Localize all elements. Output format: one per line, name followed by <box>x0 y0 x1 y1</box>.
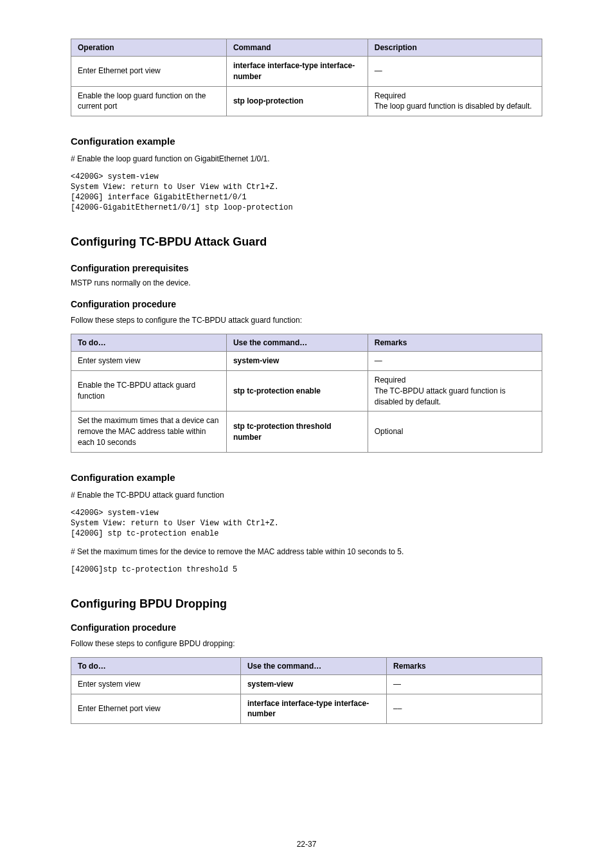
code-line: <4200G> system-view <box>71 172 542 181</box>
table-row: Enter system view system-view — <box>71 352 542 371</box>
cell: — <box>387 674 542 694</box>
code-line: [4200G] interface GigabitEthernet1/0/1 <box>71 193 542 202</box>
proc-intro: Follow these steps to configure BPDU dro… <box>71 639 542 648</box>
cell: –– <box>387 694 542 724</box>
cell: system-view <box>226 352 368 371</box>
page-container: Operation Command Description Enter Ethe… <box>0 0 613 868</box>
t3-header-op: To do… <box>71 657 241 674</box>
proc-heading: Configuration procedure <box>71 299 542 309</box>
code-line: [4200G] stp tc-protection enable <box>71 529 542 538</box>
prereq-text: MSTP runs normally on the device. <box>71 278 542 287</box>
table-row: Enter Ethernet port view interface inter… <box>71 57 542 87</box>
bpdudrop-title: Configuring BPDU Dropping <box>71 597 542 611</box>
prereq-heading: Configuration prerequisites <box>71 263 542 273</box>
cell: Enter Ethernet port view <box>71 694 241 724</box>
bpdudrop-table: To do… Use the command… Remarks Enter sy… <box>71 657 542 724</box>
page-number: 22-37 <box>0 840 613 849</box>
t3-header-cmd: Use the command… <box>240 657 386 674</box>
example-heading: Configuration example <box>71 136 542 147</box>
loop-guard-table: Operation Command Description Enter Ethe… <box>71 39 542 116</box>
t2-header-desc: Remarks <box>368 334 542 352</box>
code-line: System View: return to User View with Ct… <box>71 183 542 192</box>
cell: stp loop-protection <box>226 86 368 116</box>
proc-intro: Follow these steps to configure the TC-B… <box>71 316 542 325</box>
cell: Required The TC-BPDU attack guard functi… <box>368 370 542 411</box>
cell: interface interface-type interface-numbe… <box>240 694 386 724</box>
code-line: <4200G> system-view <box>71 509 542 518</box>
t1-header-op: Operation <box>71 39 227 57</box>
cell: — <box>368 352 542 371</box>
proc-heading: Configuration procedure <box>71 622 542 633</box>
cell: Optional <box>368 411 542 452</box>
cell: — <box>368 57 542 87</box>
cell: Enter system view <box>71 674 241 694</box>
tcbpdu-table: To do… Use the command… Remarks Enter sy… <box>71 334 542 453</box>
t1-header-cmd: Command <box>226 39 368 57</box>
cell: Enter Ethernet port view <box>71 57 227 87</box>
cell: stp tc-protection enable <box>226 370 368 411</box>
table-row: Set the maximum times that a device can … <box>71 411 542 452</box>
code-line: [4200G-GigabitEthernet1/0/1] stp loop-pr… <box>71 203 542 212</box>
table-row: Enter system view system-view — <box>71 674 542 694</box>
cell: stp tc-protection threshold number <box>226 411 368 452</box>
cell: Enable the TC-BPDU attack guard function <box>71 370 227 411</box>
cell: interface interface-type interface-numbe… <box>226 57 368 87</box>
example-heading: Configuration example <box>71 472 542 483</box>
t2-header-cmd: Use the command… <box>226 334 368 352</box>
t1-header-desc: Description <box>368 39 542 57</box>
table-row: Enable the loop guard function on the cu… <box>71 86 542 116</box>
cell: Enter system view <box>71 352 227 371</box>
example-step: # Enable the loop guard function on Giga… <box>71 154 542 163</box>
cell: Required The loop guard function is disa… <box>368 86 542 116</box>
tcbpdu-title: Configuring TC-BPDU Attack Guard <box>71 235 542 249</box>
cell: system-view <box>240 674 386 694</box>
table-row: Enter Ethernet port view interface inter… <box>71 694 542 724</box>
cell: Set the maximum times that a device can … <box>71 411 227 452</box>
code-line: [4200G]stp tc-protection threshold 5 <box>71 565 542 574</box>
code-line: System View: return to User View with Ct… <box>71 519 542 528</box>
table-row: Enable the TC-BPDU attack guard function… <box>71 370 542 411</box>
example-step: # Enable the TC-BPDU attack guard functi… <box>71 491 542 500</box>
t2-header-op: To do… <box>71 334 227 352</box>
example-step: # Set the maximum times for the device t… <box>71 547 542 556</box>
t3-header-desc: Remarks <box>387 657 542 674</box>
cell: Enable the loop guard function on the cu… <box>71 86 227 116</box>
